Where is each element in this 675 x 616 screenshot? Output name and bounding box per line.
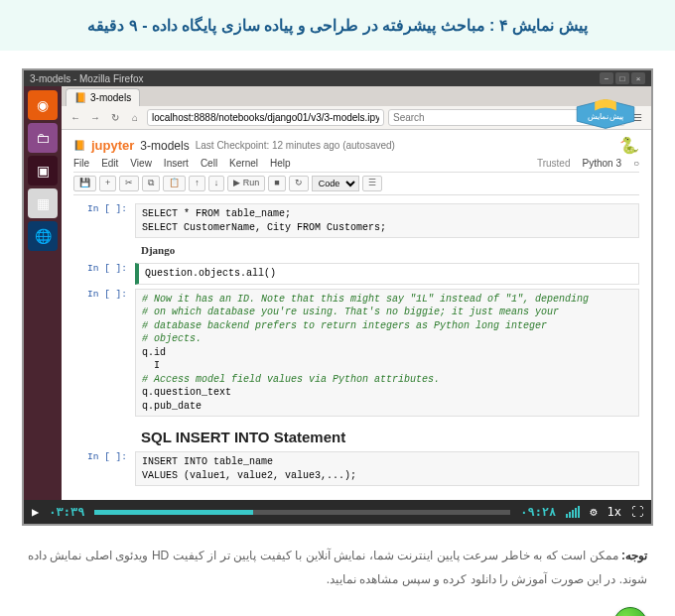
notebook-menu: File Edit View Insert Cell Kernel Help T… [73, 155, 639, 173]
cell-body[interactable]: Question.objects.all() [135, 263, 639, 285]
firefox-icon[interactable]: 🌐 [28, 221, 58, 251]
note-body: ممکن است که به خاطر سرعت پایین اینترنت ش… [28, 549, 647, 586]
window-title: 3-models - Mozilla Firefox [30, 73, 143, 84]
preview-header: پیش نمایش ۴ : مباحث پیشرفته در طراحی و پ… [0, 0, 675, 51]
cell-body[interactable]: INSERT INTO table_name VALUES (value1, v… [135, 451, 639, 486]
close-icon[interactable]: × [631, 72, 645, 84]
menu-file[interactable]: File [73, 158, 89, 169]
code-cell[interactable]: In [ ]: # Now it has an ID. Note that th… [73, 289, 639, 418]
cells-area: In [ ]: SELECT * FROM table_name; SELECT… [73, 195, 639, 494]
svg-text:پیش نمایش: پیش نمایش [588, 112, 624, 121]
sql-insert-heading: SQL INSERT INTO Statement [141, 429, 633, 445]
files-icon[interactable]: 🗀 [28, 123, 58, 153]
current-time: ۰۳:۳۹ [49, 505, 84, 519]
add-cell-button[interactable]: + [99, 176, 116, 191]
download-button[interactable]: ↓ [613, 607, 647, 616]
note-bold: توجه: [621, 549, 647, 562]
restart-button[interactable]: ↻ [289, 176, 309, 191]
preview-badge: پیش نمایش [570, 96, 641, 132]
video-controls: ▶ ۰۳:۳۹ ۰۹:۲۸ ⚙ 1x ⛶ [24, 500, 651, 524]
home-icon[interactable]: ⌂ [127, 110, 143, 126]
django-heading: Django [141, 244, 175, 256]
command-palette-button[interactable]: ☰ [362, 176, 382, 191]
unity-launcher: ◉ 🗀 ▣ ▦ 🌐 [24, 86, 62, 500]
settings-icon[interactable]: ⚙ [590, 505, 597, 519]
maximize-icon[interactable]: □ [615, 72, 629, 84]
menu-help[interactable]: Help [270, 158, 291, 169]
url-bar: ← → ↻ ⌂ ☰ [62, 106, 651, 130]
run-button[interactable]: ▶ Run [227, 176, 265, 191]
browser-tabs: 📙 3-models [62, 86, 651, 106]
volume-icon[interactable] [566, 506, 580, 518]
cell-body[interactable]: SELECT * FROM table_name; SELECT Custome… [135, 203, 639, 238]
fullscreen-icon[interactable]: ⛶ [631, 505, 643, 519]
celltype-select[interactable]: Code [312, 176, 359, 191]
markdown-cell: SQL INSERT INTO Statement [73, 421, 639, 447]
jupyter-logo-text: jupyter [91, 138, 134, 153]
code-cell[interactable]: In [ ]: INSERT INTO table_name VALUES (v… [73, 451, 639, 486]
minimize-icon[interactable]: − [600, 72, 613, 84]
trusted-label: Trusted [537, 158, 571, 169]
move-down-button[interactable]: ↓ [208, 176, 225, 191]
address-input[interactable] [147, 109, 384, 126]
notebook-name[interactable]: 3-models [140, 139, 189, 153]
ubuntu-icon[interactable]: ◉ [28, 90, 58, 120]
code-cell[interactable]: In [ ]: Question.objects.all() [73, 263, 639, 285]
duration-time: ۰۹:۲۸ [520, 505, 556, 519]
cut-button[interactable]: ✂ [119, 176, 139, 191]
menu-view[interactable]: View [130, 158, 152, 169]
download-row: ↓ دانلود مستقیم پیش نمایش - حجم دانلود ۲… [0, 597, 675, 616]
save-button[interactable]: 💾 [73, 176, 96, 191]
paste-button[interactable]: 📋 [163, 176, 186, 191]
notebook-header: 📙 jupyter 3-models Last Checkpoint: 12 m… [73, 136, 639, 155]
python-logo-icon: 🐍 [619, 136, 639, 155]
cell-body[interactable]: # Now it has an ID. Note that this might… [135, 289, 639, 418]
copy-button[interactable]: ⧉ [142, 176, 160, 191]
notebook: 📙 jupyter 3-models Last Checkpoint: 12 m… [62, 130, 651, 500]
cell-prompt: In [ ]: [73, 451, 135, 486]
move-up-button[interactable]: ↑ [189, 176, 205, 191]
browser-tab[interactable]: 📙 3-models [66, 88, 140, 106]
notebook-toolbar: 💾 + ✂ ⧉ 📋 ↑ ↓ ▶ Run ■ ↻ Code ☰ [73, 173, 639, 195]
firefox-window: 📙 3-models ← → ↻ ⌂ ☰ پیش نمایش 📙 jupyter… [62, 86, 651, 500]
preview-title: پیش نمایش ۴ : مباحث پیشرفته در طراحی و پ… [16, 16, 659, 35]
jupyter-favicon-icon: 📙 [74, 92, 86, 103]
video-container: 3-models - Mozilla Firefox − □ × ◉ 🗀 ▣ ▦… [22, 68, 653, 526]
stop-button[interactable]: ■ [268, 176, 285, 191]
back-icon[interactable]: ← [68, 110, 83, 126]
calendar-icon[interactable]: ▦ [28, 188, 58, 218]
forward-icon[interactable]: → [87, 110, 103, 126]
cell-prompt: In [ ]: [73, 203, 135, 238]
cell-prompt: In [ ]: [73, 263, 135, 285]
tab-label: 3-models [90, 92, 131, 103]
window-titlebar: 3-models - Mozilla Firefox − □ × [24, 70, 651, 86]
markdown-cell: Django [73, 242, 639, 259]
reload-icon[interactable]: ↻ [107, 110, 123, 126]
code-cell[interactable]: In [ ]: SELECT * FROM table_name; SELECT… [73, 203, 639, 238]
kernel-label[interactable]: Python 3 [582, 158, 620, 169]
speed-label[interactable]: 1x [608, 505, 621, 519]
play-icon[interactable]: ▶ [32, 505, 39, 519]
note-text: توجه: ممکن است که به خاطر سرعت پایین این… [0, 526, 675, 597]
progress-bar[interactable] [94, 510, 510, 515]
progress-fill [94, 510, 252, 515]
checkpoint-text: Last Checkpoint: 12 minutes ago (autosav… [196, 140, 395, 151]
menu-edit[interactable]: Edit [101, 158, 118, 169]
jupyter-logo-icon: 📙 [73, 140, 85, 151]
kernel-idle-icon: ○ [633, 158, 639, 169]
menu-kernel[interactable]: Kernel [229, 158, 258, 169]
menu-cell[interactable]: Cell [201, 158, 217, 169]
menu-insert[interactable]: Insert [164, 158, 189, 169]
cell-prompt: In [ ]: [73, 289, 135, 418]
terminal-icon[interactable]: ▣ [28, 156, 58, 185]
